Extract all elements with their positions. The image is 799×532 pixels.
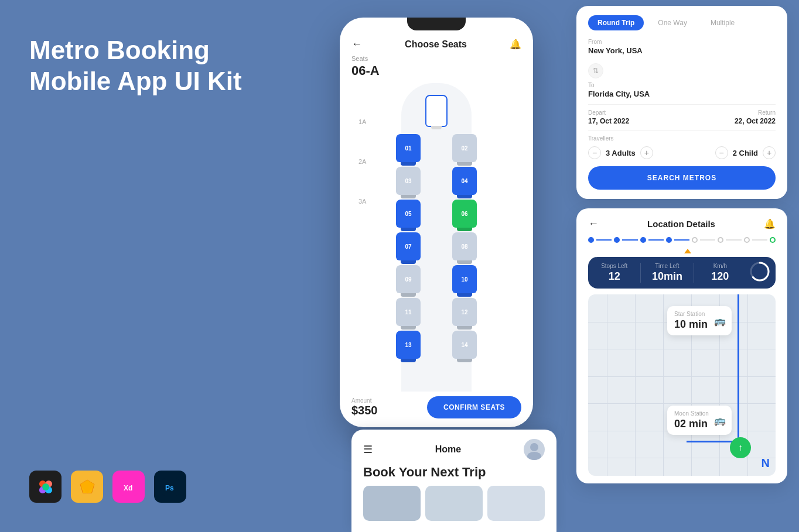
from-field: From New York, USA (588, 39, 776, 55)
child-group: − 2 Child + (715, 146, 776, 159)
speed-label: Km/h (694, 263, 746, 269)
divider2 (588, 130, 776, 131)
trip-image-1 (363, 486, 421, 521)
svg-text:Xd: Xd (124, 484, 132, 492)
adults-group: − 3 Adults + (588, 146, 653, 159)
seat-14[interactable]: 14 (452, 331, 477, 359)
depart-value: 17, Oct 2022 (588, 117, 629, 125)
trip-tabs: Round Trip One Way Multiple (588, 15, 776, 30)
map-area: Star Station 10 min 🚌 Moon Station 02 mi… (588, 294, 776, 476)
confirm-seats-button[interactable]: CONFIRM SEATS (427, 396, 521, 418)
depart-field: Depart 17, Oct 2022 (588, 109, 629, 125)
seat-02[interactable]: 02 (452, 134, 477, 162)
adults-increase[interactable]: + (640, 146, 653, 159)
home-header: ☰ Home (363, 439, 545, 460)
tab-round-trip[interactable]: Round Trip (588, 15, 644, 30)
seat-number: 06-A (351, 63, 521, 78)
seat-09[interactable]: 09 (396, 265, 421, 293)
time-value: 10min (641, 270, 693, 283)
time-label: Time Left (641, 263, 693, 269)
seat-03[interactable]: 03 (396, 167, 421, 195)
prog-dot-7 (744, 237, 750, 243)
location-panel: ← Location Details 🔔 (576, 208, 787, 483)
seat-selected[interactable] (425, 95, 448, 127)
sketch-icon (71, 471, 103, 503)
from-value: New York, USA (588, 46, 776, 55)
row-labels: 1A 2A 3A (358, 118, 366, 205)
ps-icon: Ps (154, 471, 186, 503)
amount-label: Amount (351, 397, 378, 404)
adults-decrease[interactable]: − (588, 146, 601, 159)
hamburger-icon[interactable]: ☰ (363, 443, 373, 456)
phone-mockup: ← Choose Seats 🔔 Seats 06-A 1A 2A 3A (340, 18, 533, 427)
location-back-icon[interactable]: ← (588, 218, 599, 230)
user-avatar[interactable] (524, 439, 545, 460)
speed-value: 120 (694, 270, 746, 283)
progress-line (588, 237, 776, 243)
star-station-icon: 🚌 (714, 315, 726, 327)
row-label-3a: 3A (358, 198, 366, 205)
to-field: To Florida City, USA (588, 82, 776, 98)
star-station-card: Star Station 10 min 🚌 (667, 306, 732, 335)
title-line2: Mobile App UI Kit (29, 66, 242, 97)
location-bell-icon[interactable]: 🔔 (764, 218, 776, 229)
row-label-2a: 2A (358, 158, 366, 165)
date-row: Depart 17, Oct 2022 Return 22, Oct 2022 (588, 109, 776, 125)
adults-count: 3 Adults (606, 149, 636, 157)
bell-icon[interactable]: 🔔 (510, 39, 521, 50)
row-label-1a: 1A (358, 118, 366, 125)
seat-04[interactable]: 04 (452, 167, 477, 195)
phone-notch (407, 18, 466, 30)
back-arrow-icon[interactable]: ← (351, 38, 362, 50)
seat-08[interactable]: 08 (452, 232, 477, 260)
prog-seg-2 (622, 239, 637, 241)
tab-multiple[interactable]: Multiple (701, 15, 744, 30)
prog-dot-5 (692, 237, 698, 243)
travellers-label: Travellers (588, 135, 776, 142)
prog-dot-end (770, 237, 776, 243)
child-count: 2 Child (733, 149, 758, 157)
seat-06[interactable]: 06 (452, 200, 477, 228)
swap-icon[interactable]: ⇅ (588, 63, 603, 78)
child-decrease[interactable]: − (715, 146, 728, 159)
stops-label: Stops Left (588, 263, 640, 269)
tab-one-way[interactable]: One Way (648, 15, 696, 30)
seat-13[interactable]: 13 (396, 331, 421, 359)
seat-07[interactable]: 07 (396, 232, 421, 260)
seat-12[interactable]: 12 (452, 298, 477, 326)
home-subtitle: Book Your Next Trip (363, 465, 545, 480)
prog-dot-3 (640, 237, 646, 243)
travellers-row: − 3 Adults + − 2 Child + (588, 146, 776, 159)
svg-point-4 (42, 483, 49, 490)
seat-10[interactable]: 10 (452, 265, 477, 293)
stops-value: 12 (588, 270, 640, 283)
seats-label: Seats (351, 55, 521, 62)
seat-01[interactable]: 01 (396, 134, 421, 162)
prog-seg-1 (596, 239, 612, 241)
seat-05[interactable]: 05 (396, 200, 421, 228)
phone-bottom-bar: Amount $350 CONFIRM SEATS (351, 392, 521, 418)
tool-icons-bar: Xd Ps (29, 471, 186, 503)
screen-title: Choose Seats (405, 39, 467, 50)
stops-stat: Stops Left 12 (588, 263, 641, 283)
prog-seg-6 (726, 239, 741, 241)
moon-station-icon: 🚌 (714, 415, 726, 426)
stats-bar: Stops Left 12 Time Left 10min Km/h 120 (588, 257, 776, 289)
prog-seg-4 (674, 239, 689, 241)
seat-11[interactable]: 11 (396, 298, 421, 326)
swap-area: ⇅ (588, 61, 776, 81)
moon-station-card: Moon Station 02 min 🚌 (667, 406, 732, 435)
search-metros-button[interactable]: SEARCH METROS (588, 166, 776, 190)
to-value: Florida City, USA (588, 90, 776, 98)
phone-frame: ← Choose Seats 🔔 Seats 06-A 1A 2A 3A (340, 18, 533, 427)
svg-point-14 (527, 452, 541, 460)
app-title: Metro Booking Mobile App UI Kit (29, 35, 242, 97)
prog-seg-3 (648, 239, 664, 241)
home-panel: ☰ Home Book Your Next Trip (351, 430, 556, 532)
child-increase[interactable]: + (763, 146, 776, 159)
row-selected (425, 95, 448, 127)
progress-arrow (588, 249, 776, 253)
right-panels: Round Trip One Way Multiple From New Yor… (576, 6, 787, 483)
trip-image-2 (425, 486, 483, 521)
compass-label: N (762, 457, 770, 469)
